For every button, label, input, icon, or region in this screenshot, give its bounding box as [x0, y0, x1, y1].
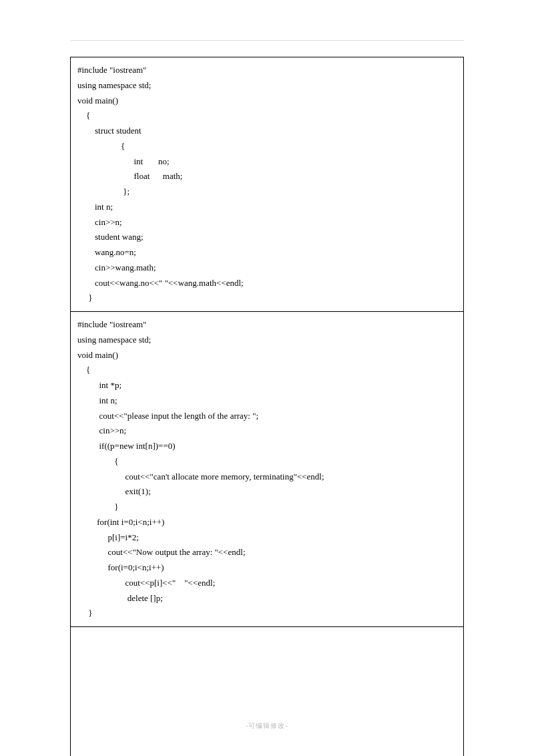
code-line: cout<<wang.no<<" "<<wang.math<<endl; [77, 276, 457, 291]
code-line: } [77, 606, 457, 621]
code-line: #include "iostream" [77, 63, 457, 78]
code-line: cout<<"can't allocate more memory, termi… [77, 469, 457, 485]
code-line: void main() [77, 93, 457, 109]
code-line: #include "iostream" [77, 317, 457, 333]
code-line: cout<<"please input the length of the ar… [77, 409, 457, 424]
code-line: cout<<p[i]<<" "<<endl; [77, 576, 457, 591]
code-line: int n; [77, 200, 457, 215]
code-line: delete []p; [77, 591, 457, 606]
code-line: int n; [77, 393, 457, 409]
code-line: wang.no=n; [77, 245, 457, 260]
code-line: cin>>n; [77, 423, 457, 439]
code-table: #include "iostream"using namespace std;v… [70, 57, 464, 756]
code-line: } [77, 291, 457, 306]
table-row: #include "iostream"using namespace std;v… [71, 312, 464, 627]
code-line: cout<<"Now output the array: "<<endl; [77, 545, 457, 560]
code-line: student wang; [77, 230, 457, 245]
code-cell-2: #include "iostream"using namespace std;v… [71, 312, 464, 627]
code-line: float math; [77, 169, 457, 184]
table-row [71, 627, 464, 757]
code-line: for(i=0;i<n;i++) [77, 560, 457, 576]
code-line: } [77, 500, 457, 515]
document-page: #include "iostream"using namespace std;v… [0, 0, 534, 756]
code-line: int no; [77, 154, 457, 170]
code-line: if((p=new int[n])==0) [77, 439, 457, 454]
footer-text: -可编辑修改- [0, 721, 534, 731]
header-divider [70, 40, 464, 41]
code-line: cin>>wang.math; [77, 260, 457, 276]
code-line: struct student [77, 124, 457, 139]
code-line: p[i]=i*2; [77, 530, 457, 546]
code-line: cin>>n; [77, 215, 457, 230]
code-line: { [77, 108, 457, 124]
code-line: exit(1); [77, 484, 457, 500]
code-line: { [77, 454, 457, 469]
code-line: void main() [77, 348, 457, 363]
code-line: }; [77, 184, 457, 200]
code-cell-3 [71, 627, 464, 757]
code-line: using namespace std; [77, 78, 457, 93]
code-line: int *p; [77, 378, 457, 393]
code-line: { [77, 139, 457, 154]
code-line: using namespace std; [77, 333, 457, 348]
code-line: { [77, 363, 457, 378]
code-cell-1: #include "iostream"using namespace std;v… [71, 57, 464, 312]
table-row: #include "iostream"using namespace std;v… [71, 57, 464, 312]
code-line: for(int i=0;i<n;i++) [77, 515, 457, 530]
